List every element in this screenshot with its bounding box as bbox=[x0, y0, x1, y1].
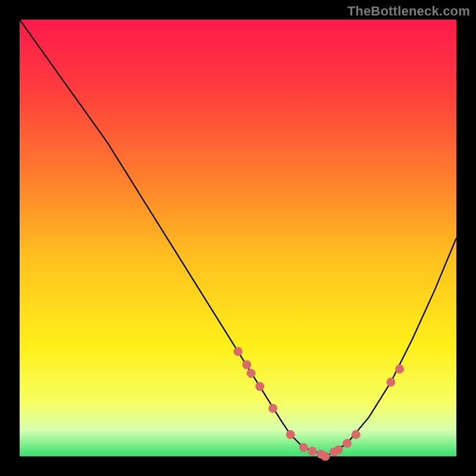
data-marker bbox=[321, 452, 330, 461]
data-marker bbox=[242, 360, 251, 369]
data-marker bbox=[308, 447, 317, 456]
plot-background bbox=[20, 20, 456, 456]
data-marker bbox=[343, 439, 352, 448]
data-marker bbox=[395, 365, 404, 374]
data-marker bbox=[386, 378, 395, 387]
chart-svg bbox=[0, 0, 476, 476]
data-marker bbox=[234, 347, 243, 356]
data-marker bbox=[334, 446, 343, 455]
data-marker bbox=[299, 443, 308, 452]
data-marker bbox=[247, 369, 256, 378]
chart-container: TheBottleneck.com bbox=[0, 0, 476, 476]
data-marker bbox=[255, 382, 264, 391]
data-marker bbox=[352, 430, 361, 439]
data-marker bbox=[286, 430, 295, 439]
data-marker bbox=[268, 404, 277, 413]
